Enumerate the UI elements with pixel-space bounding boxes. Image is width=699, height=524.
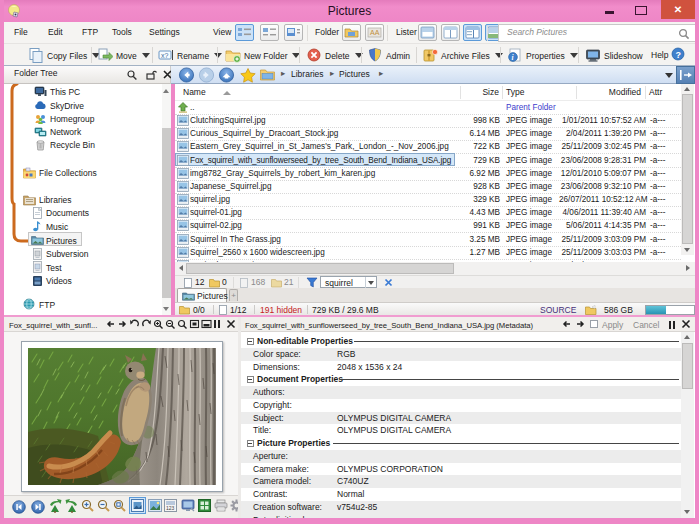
svg-text:123: 123 <box>166 505 175 511</box>
svg-text:?: ? <box>675 50 681 60</box>
svg-text:AA: AA <box>370 29 380 36</box>
svg-text:x?: x? <box>161 52 169 59</box>
